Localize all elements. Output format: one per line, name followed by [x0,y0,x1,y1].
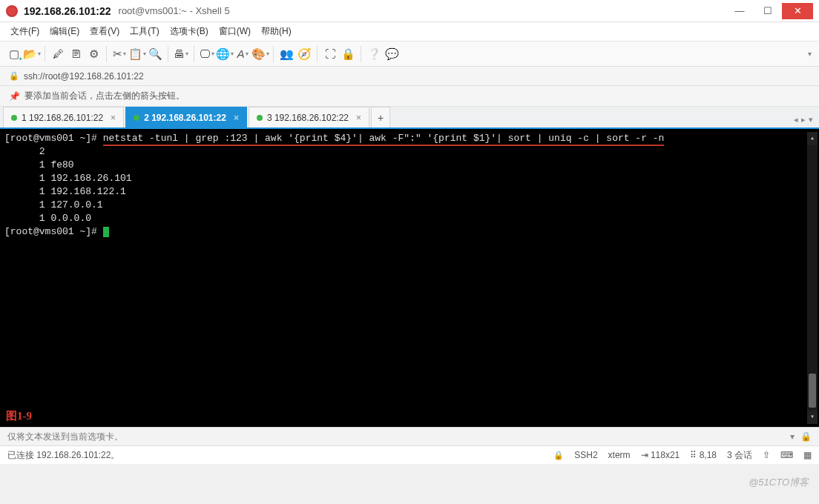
figure-label: 图1-9 [6,409,32,422]
users-icon[interactable]: 👥 [280,47,293,61]
terminal-output-line: 1 0.0.0.0 [4,213,91,224]
tab-close-icon[interactable]: × [356,113,361,123]
lock-icon[interactable]: 🔒 [341,47,355,61]
help-icon[interactable]: ❔ [367,47,381,61]
menu-edit[interactable]: 编辑(E) [50,25,79,38]
status-grid-icon[interactable]: ▦ [803,450,812,460]
window-title-main: 192.168.26.101:22 [24,5,111,17]
status-lock-icon: 🔒 [553,451,564,460]
toolbar-separator [106,46,107,62]
menu-help[interactable]: 帮助(H) [261,25,292,38]
send-bar-controls: ▾ 🔒 [790,431,812,442]
terminal-output-line: 1 192.168.122.1 [4,186,126,197]
toolbar-separator [45,46,45,62]
add-tab-button[interactable]: + [371,107,390,127]
tab-bar: 1 192.168.26.101:22 × 2 192.168.26.101:2… [0,107,819,129]
titlebar: 192.168.26.101:22 root@vms001:~ - Xshell… [0,0,819,22]
send-lock-icon[interactable]: 🔒 [800,431,812,442]
window-title-sub: root@vms001:~ - Xshell 5 [119,5,230,16]
address-bar: 🔒 ssh://root@192.168.26.101:22 [0,67,819,86]
toolbar-separator [317,46,318,62]
terminal[interactable]: [root@vms001 ~]# netstat -tunl | grep :1… [0,129,819,427]
properties-icon[interactable]: ⚙ [87,47,100,61]
font-icon[interactable]: A [236,47,249,61]
disconnect-icon[interactable]: 🖹 [69,47,82,61]
status-bar: 已连接 192.168.26.101:22。 🔒 SSH2 xterm ⇥ 11… [0,446,819,464]
terminal-output-line: 1 fe80 [4,159,74,170]
fullscreen-icon[interactable]: ⛶ [323,47,337,61]
open-session-icon[interactable]: 📂 [25,47,39,61]
tab-close-icon[interactable]: × [234,113,239,123]
menu-tools[interactable]: 工具(T) [130,25,159,38]
terminal-cursor [103,227,109,237]
status-protocol: SSH2 [574,450,597,460]
scroll-down-icon[interactable]: ▾ [807,411,818,424]
status-dot-icon [257,115,263,121]
menu-window[interactable]: 窗口(W) [219,25,251,38]
hint-text: 要添加当前会话，点击左侧的箭头按钮。 [24,90,185,102]
address-lock-icon: 🔒 [9,71,19,81]
hint-bar: 📌 要添加当前会话，点击左侧的箭头按钮。 [0,86,819,107]
terminal-command: netstat -tunl | grep :123 | awk '{print … [103,133,665,146]
tab-nav: ◂ ▸ ▾ [794,115,813,125]
tab-close-icon[interactable]: × [111,113,116,123]
terminal-scrollbar[interactable]: ▴ ▾ [807,132,818,424]
new-session-icon[interactable]: ▢ [7,47,21,61]
status-term: xterm [608,450,631,460]
status-num-icon: ⌨ [780,450,793,460]
send-dropdown-icon[interactable]: ▾ [790,431,795,442]
status-cursor-pos: 8,18 [700,450,717,460]
menu-view[interactable]: 查看(V) [90,25,119,38]
copy-icon[interactable]: ✂ [113,47,126,61]
status-sessions: 3 会话 [727,449,752,462]
paste-icon[interactable]: 📋 [131,47,144,61]
scroll-up-icon[interactable]: ▴ [807,132,818,145]
toolbar-separator [273,46,274,62]
minimize-button[interactable]: — [726,3,754,19]
tab-label: 3 192.168.26.102:22 [267,113,349,123]
scroll-track[interactable] [807,145,818,411]
menu-file[interactable]: 文件(F) [10,25,39,38]
reconnect-icon[interactable]: 🖉 [51,47,65,61]
watermark: @51CTO博客 [749,476,809,489]
globe-icon[interactable]: 🌐 [218,47,231,61]
send-placeholder[interactable]: 仅将文本发送到当前选项卡。 [7,431,123,443]
toolbar-separator [194,46,194,62]
terminal-output-line: 1 127.0.0.1 [4,199,103,210]
session-tab-1[interactable]: 1 192.168.26.101:22 × [3,107,124,127]
status-dot-icon [11,115,17,121]
toolbar: ▢ 📂 🖉 🖹 ⚙ ✂ 📋 🔍 🖶 🖵 🌐 A 🎨 👥 🧭 ⛶ 🔒 ❔ 💬 ▾ [0,42,819,67]
status-size: 118x21 [651,450,680,460]
screen-icon[interactable]: 🖵 [200,47,214,61]
maximize-button[interactable]: ☐ [754,3,782,19]
window-controls: — ☐ ✕ [726,3,813,19]
terminal-output-line: 2 [4,146,50,157]
address-url[interactable]: ssh://root@192.168.26.101:22 [24,71,144,82]
toolbar-overflow-icon[interactable]: ▾ [808,50,812,58]
print-icon[interactable]: 🖶 [174,47,188,61]
chat-icon[interactable]: 💬 [385,47,398,61]
menu-tabs[interactable]: 选项卡(B) [170,25,208,38]
compass-icon[interactable]: 🧭 [297,47,311,61]
find-icon[interactable]: 🔍 [148,47,162,61]
terminal-prompt: [root@vms001 ~]# [4,133,103,144]
session-tab-3[interactable]: 3 192.168.26.102:22 × [249,107,369,127]
terminal-prompt: [root@vms001 ~]# [4,226,103,237]
tab-menu-icon[interactable]: ▾ [809,115,813,125]
session-tab-2[interactable]: 2 192.168.26.101:22 × [125,107,247,127]
tab-label: 1 192.168.26.101:22 [22,113,103,123]
status-cap-icon: ⇧ [763,450,770,460]
tab-prev-icon[interactable]: ◂ [794,115,798,125]
menubar: 文件(F) 编辑(E) 查看(V) 工具(T) 选项卡(B) 窗口(W) 帮助(… [0,22,819,42]
toolbar-separator [361,46,361,62]
pin-icon[interactable]: 📌 [9,91,20,102]
tab-label: 2 192.168.26.101:22 [144,113,226,123]
send-bar: 仅将文本发送到当前选项卡。 ▾ 🔒 [0,427,819,446]
scroll-thumb[interactable] [809,374,816,408]
color-icon[interactable]: 🎨 [254,47,267,61]
status-dot-icon [134,115,139,121]
close-button[interactable]: ✕ [782,3,813,19]
status-connection: 已连接 192.168.26.101:22。 [7,449,119,462]
tab-next-icon[interactable]: ▸ [801,115,806,125]
terminal-output-line: 1 192.168.26.101 [4,173,132,184]
